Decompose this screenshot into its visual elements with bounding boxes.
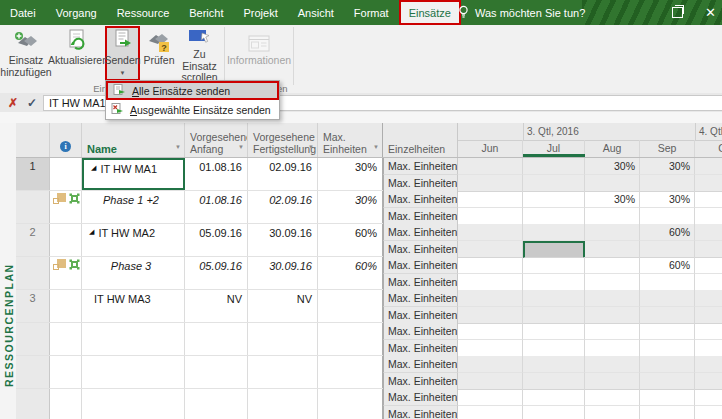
filter-arrow-icon[interactable]: ▼	[373, 141, 379, 153]
finish-date-cell[interactable]	[248, 356, 318, 388]
timephased-cell-jun[interactable]	[458, 389, 523, 406]
timephased-cell-jun[interactable]	[458, 373, 523, 390]
details-column-header[interactable]: Einzelheiten	[383, 123, 458, 157]
timephased-cell-okt[interactable]	[695, 257, 722, 274]
add-engagement-button[interactable]: Einsatz hinzufügen	[2, 27, 50, 81]
start-date-cell[interactable]: 05.09.16	[185, 257, 248, 289]
scroll-to-engagement-button[interactable]: Zu Einsatz scrollen	[177, 27, 222, 81]
detail-row-label[interactable]: Max. Einheiten zug	[383, 406, 458, 419]
timephased-cell-okt[interactable]	[695, 290, 722, 307]
row-number[interactable]	[16, 389, 50, 419]
indicator-cell[interactable]	[50, 257, 82, 289]
detail-row-label[interactable]: Max. Einheiten zug	[383, 340, 458, 357]
detail-row-label[interactable]: Max. Einheiten zug	[383, 208, 458, 225]
timephased-cell-jul[interactable]	[523, 290, 585, 307]
timephased-cell-jun[interactable]	[458, 307, 523, 324]
indicator-column-header[interactable]: i	[50, 123, 82, 157]
timephased-cell-jun[interactable]	[458, 323, 523, 340]
timephased-cell-aug[interactable]: 30%	[585, 158, 640, 175]
timephased-cell-aug[interactable]	[585, 373, 640, 390]
finish-date-cell[interactable]	[248, 323, 318, 355]
indicator-cell[interactable]	[50, 158, 82, 190]
tab-bericht[interactable]: Bericht	[179, 0, 233, 25]
timephased-cell-sep[interactable]	[640, 274, 695, 291]
row-number-header[interactable]	[16, 123, 50, 157]
timephased-cell-sep[interactable]: 60%	[640, 224, 695, 241]
timephased-cell-sep[interactable]	[640, 406, 695, 419]
task-name-cell[interactable]: IT HW MA3	[82, 290, 185, 322]
timephased-cell-aug[interactable]	[585, 274, 640, 291]
timephased-cell-okt[interactable]	[695, 307, 722, 324]
timephased-cell-aug[interactable]	[585, 323, 640, 340]
expand-collapse-icon[interactable]: ◢	[89, 227, 94, 237]
timephased-cell-jul[interactable]	[523, 373, 585, 390]
timephased-cell-sep[interactable]	[640, 290, 695, 307]
detail-row-label[interactable]: Max. Einheiten zug	[383, 274, 458, 291]
timescale-quarter-q4[interactable]: 4. Qtl, 2016	[699, 123, 722, 140]
timephased-cell-jul[interactable]	[523, 323, 585, 340]
tab-datei[interactable]: Datei	[0, 0, 46, 25]
start-date-cell[interactable]	[185, 389, 248, 419]
detail-row-label[interactable]: Max. Einheiten vor	[383, 158, 458, 175]
row-number[interactable]: 3	[16, 290, 50, 322]
row-number[interactable]	[16, 323, 50, 355]
restore-window-icon[interactable]	[672, 7, 683, 18]
timephased-cell-aug[interactable]	[585, 224, 640, 241]
start-date-cell[interactable]: NV	[185, 290, 248, 322]
finish-date-cell[interactable]: 30.09.16	[248, 257, 318, 289]
start-date-cell[interactable]: 01.08.16	[185, 158, 248, 190]
timephased-cell-sep[interactable]	[640, 340, 695, 357]
detail-row-label[interactable]: Max. Einheiten vor	[383, 191, 458, 208]
send-dropdown-arrow[interactable]: ▼	[120, 68, 126, 80]
row-number[interactable]: 1	[16, 158, 50, 190]
timephased-cell-jul[interactable]	[523, 340, 585, 357]
confirm-entry-icon[interactable]: ✓	[27, 96, 37, 110]
timephased-cell-jul[interactable]	[523, 191, 585, 208]
detail-row-label[interactable]: Max. Einheiten vor	[383, 257, 458, 274]
detail-row-label[interactable]: Max. Einheiten zug	[383, 307, 458, 324]
task-name-cell[interactable]	[82, 323, 185, 355]
timephased-cell-jul[interactable]	[523, 158, 585, 175]
menu-item-send-all-engagements[interactable]: Alle Einsätze senden	[106, 81, 279, 100]
timephased-cell-jul[interactable]	[523, 274, 585, 291]
timephased-cell-jun[interactable]	[458, 356, 523, 373]
timephased-cell-jun[interactable]	[458, 158, 523, 175]
timescale-month-okt[interactable]: Okt	[695, 140, 722, 157]
expand-collapse-icon[interactable]: ◢	[91, 163, 96, 173]
timephased-cell-jul[interactable]	[523, 307, 585, 324]
detail-row-label[interactable]: Max. Einheiten vor	[383, 224, 458, 241]
timephased-cell-sep[interactable]	[640, 373, 695, 390]
finish-date-cell[interactable]: 02.09.16	[248, 158, 318, 190]
start-date-cell[interactable]	[185, 323, 248, 355]
indicator-cell[interactable]	[50, 191, 82, 223]
tab-projekt[interactable]: Projekt	[234, 0, 288, 25]
timephased-cell-aug[interactable]	[585, 241, 640, 258]
task-name-cell[interactable]: Phase 3	[82, 257, 185, 289]
finish-date-cell[interactable]: 02.09.16	[248, 191, 318, 223]
tab-vorgang[interactable]: Vorgang	[46, 0, 107, 25]
tab-ressource[interactable]: Ressource	[107, 0, 180, 25]
timephased-cell-sep[interactable]	[640, 175, 695, 192]
filter-arrow-icon[interactable]: ▼	[308, 141, 314, 153]
task-name-cell[interactable]	[82, 389, 185, 419]
detail-row-label[interactable]: Max. Einheiten zug	[383, 373, 458, 390]
timephased-cell-jun[interactable]	[458, 208, 523, 225]
timescale-quarter-q3[interactable]: 3. Qtl, 2016	[527, 123, 579, 140]
finish-date-cell[interactable]	[248, 389, 318, 419]
timephased-cell-jun[interactable]	[458, 274, 523, 291]
max-units-cell[interactable]	[318, 323, 383, 355]
timephased-cell-jul[interactable]	[523, 389, 585, 406]
max-units-cell[interactable]: 60%	[318, 257, 383, 289]
timephased-cell-aug[interactable]	[585, 175, 640, 192]
finish-column-header[interactable]: Vorgesehene Fertigstellung ▼	[248, 123, 318, 157]
row-number[interactable]	[16, 356, 50, 388]
max-units-cell[interactable]: 30%	[318, 191, 383, 223]
timephased-cell-aug[interactable]	[585, 356, 640, 373]
task-name-cell[interactable]: ◢IT HW MA1	[82, 158, 185, 190]
detail-row-label[interactable]: Max. Einheiten zug	[383, 241, 458, 258]
max-units-cell[interactable]	[318, 389, 383, 419]
timescale-month-aug[interactable]: Aug	[585, 140, 640, 157]
timephased-cell-jul[interactable]	[523, 356, 585, 373]
max-units-cell[interactable]	[318, 356, 383, 388]
timephased-cell-jun[interactable]	[458, 290, 523, 307]
